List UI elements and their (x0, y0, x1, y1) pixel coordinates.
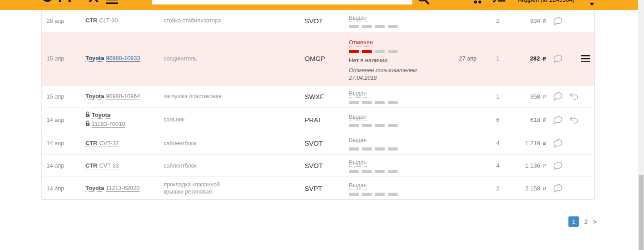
ruble-sign: ₽ (542, 141, 546, 146)
table-row: 15 апр Toyota90980-10964 заглушка пласти… (42, 86, 594, 108)
part-cell: Toyota 11193-70010 (85, 111, 162, 129)
status-badge[interactable]: Выдан (349, 182, 367, 190)
status-cell: Выдан (345, 13, 451, 28)
status-badge[interactable]: Выдан (349, 137, 367, 144)
table-row: 14 апр CTRCVT-32 сайлентблок SVOT Выдан … (42, 132, 594, 155)
part-cell: Toyota90980-10964 (85, 92, 162, 101)
comment-bubble-icon[interactable] (553, 115, 563, 125)
comment-bubble-icon[interactable] (553, 91, 563, 101)
return-icon[interactable] (569, 116, 579, 125)
progress-bars (349, 124, 451, 127)
comment-bubble-icon[interactable] (553, 138, 563, 148)
quantity: 1 (484, 93, 511, 100)
brand-link[interactable]: Toyota (85, 55, 104, 62)
status-cell: Выдан (345, 136, 451, 151)
top-header: CTP-X Андрей (id 1245364) (0, 0, 638, 10)
part-number-link[interactable]: CVT-33 (99, 162, 119, 169)
return-icon[interactable] (569, 92, 579, 101)
vendor-code: SWXF (301, 93, 345, 100)
part-cell: Toyota11213-62020 (85, 184, 162, 193)
vendor-code: SVOT (301, 17, 345, 25)
part-number-link[interactable]: CLT-30 (99, 17, 118, 24)
availability-note: Нет в наличии (349, 57, 451, 64)
table-row: 28 апр CTRCLT-30 стойка стабилизатора SV… (42, 10, 594, 32)
ruble-sign: ₽ (542, 94, 546, 99)
status-badge[interactable]: Отменен (349, 39, 373, 47)
scrollbar-thumb[interactable] (639, 175, 644, 250)
table-row: 14 апр Toyota 1119 (42, 108, 594, 133)
row-actions (552, 115, 594, 125)
site-logo[interactable]: CTP-X (42, 0, 102, 5)
next-page-button[interactable]: > (593, 218, 597, 225)
page: CTP-X Андрей (id 1245364) (0, 0, 644, 250)
status-cell: Выдан (345, 158, 451, 173)
status-badge[interactable]: Выдан (349, 159, 367, 167)
cancel-note: Отменен пользователем 27.04.2018 (349, 67, 432, 82)
brand-link[interactable]: Toyota (85, 185, 104, 192)
comment-bubble-icon[interactable] (553, 161, 563, 171)
row-actions (552, 161, 594, 171)
orders-checklist-icon[interactable] (492, 0, 506, 6)
part-description: соединитель (162, 55, 301, 62)
ruble-sign: ₽ (541, 56, 546, 61)
part-cell: CTRCVT-33 (85, 162, 162, 170)
chevron-down-icon[interactable] (589, 0, 594, 8)
comment-bubble-icon[interactable] (553, 183, 563, 193)
brand-link[interactable]: CTR (85, 140, 97, 147)
part-number-link[interactable]: 90980-10933 (106, 55, 140, 62)
brand-link[interactable]: Toyota (92, 112, 110, 119)
part-number-link[interactable]: 11213-62020 (106, 185, 140, 192)
quantity: 2 (484, 17, 511, 24)
part-number-link[interactable]: 11193-70010 (92, 121, 125, 128)
progress-bars (349, 50, 451, 53)
ruble-sign: ₽ (542, 163, 546, 168)
status-cell: Отменен Нет в наличии Отменен пользовате… (345, 35, 451, 82)
progress-bars (349, 147, 451, 151)
status-cell: Выдан (345, 89, 451, 104)
price: 282 ₽ (511, 55, 552, 62)
part-cell: Toyota90980-10933 (85, 54, 162, 63)
ruble-sign: ₽ (542, 117, 546, 123)
user-menu[interactable]: Андрей (id 1245364) (518, 0, 574, 3)
brand-link[interactable]: CTR (85, 162, 97, 169)
row-menu-icon[interactable] (581, 55, 590, 62)
quantity: 1 (484, 55, 511, 62)
order-date: 15 апр (42, 93, 85, 100)
scrollbar-track[interactable] (638, 0, 644, 250)
orders-card: 28 апр CTRCLT-30 стойка стабилизатора SV… (41, 10, 595, 200)
search-icon[interactable] (415, 0, 431, 8)
menu-icon[interactable] (106, 0, 118, 6)
ruble-sign: ₽ (542, 186, 546, 191)
brand-link[interactable]: Toyota (85, 93, 104, 100)
part-description: сайлентблок (162, 162, 301, 169)
progress-bars (349, 25, 451, 28)
order-date: 14 апр (42, 116, 85, 123)
status-badge[interactable]: Выдан (349, 14, 367, 22)
part-description: заглушка пластиковая (162, 93, 301, 100)
vendor-code: OMGP (301, 55, 345, 62)
status-cell: Выдан (345, 181, 451, 196)
part-number-link[interactable]: CVT-32 (99, 140, 119, 147)
price: 934 ₽ (511, 17, 552, 24)
page-button-1[interactable]: 1 (568, 216, 579, 227)
row-actions (552, 138, 594, 148)
status-badge[interactable]: Выдан (349, 90, 367, 98)
comment-bubble-icon[interactable] (553, 16, 563, 26)
table-row: 14 апр Toyota11213-62020 прокладка клапа… (42, 177, 594, 199)
orders-list: 28 апр CTRCLT-30 стойка стабилизатора SV… (42, 10, 594, 199)
search-input[interactable] (152, 0, 412, 4)
order-date: 14 апр (42, 185, 85, 192)
vendor-code: SVPT (301, 185, 345, 192)
part-cell: CTRCVT-32 (85, 139, 162, 148)
row-actions (552, 183, 594, 193)
brand-link[interactable]: CTR (85, 17, 97, 24)
comment-bubble-icon[interactable] (553, 54, 563, 64)
cart-icon[interactable] (470, 0, 484, 6)
progress-bars (349, 170, 451, 173)
progress-bars (349, 101, 451, 104)
status-badge[interactable]: Выдан (349, 113, 367, 121)
row-actions (552, 54, 594, 64)
page-button-2[interactable]: 2 (584, 218, 588, 225)
part-number-link[interactable]: 90980-10964 (106, 93, 140, 100)
order-date: 28 апр (42, 17, 85, 24)
